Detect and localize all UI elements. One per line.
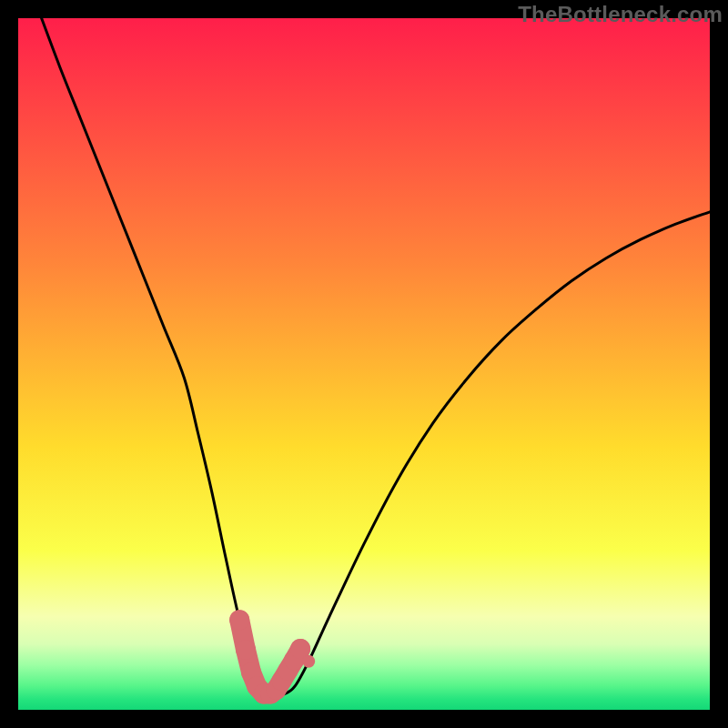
marker-dot: [229, 610, 249, 630]
bottleneck-curve: [39, 18, 710, 695]
marker-group: [229, 610, 310, 703]
chart-frame: [18, 18, 710, 710]
chart-overlay: [18, 18, 710, 710]
outlier-marker: [302, 655, 315, 668]
watermark-text: TheBottleneck.com: [518, 2, 723, 27]
marker-dot: [236, 640, 256, 660]
